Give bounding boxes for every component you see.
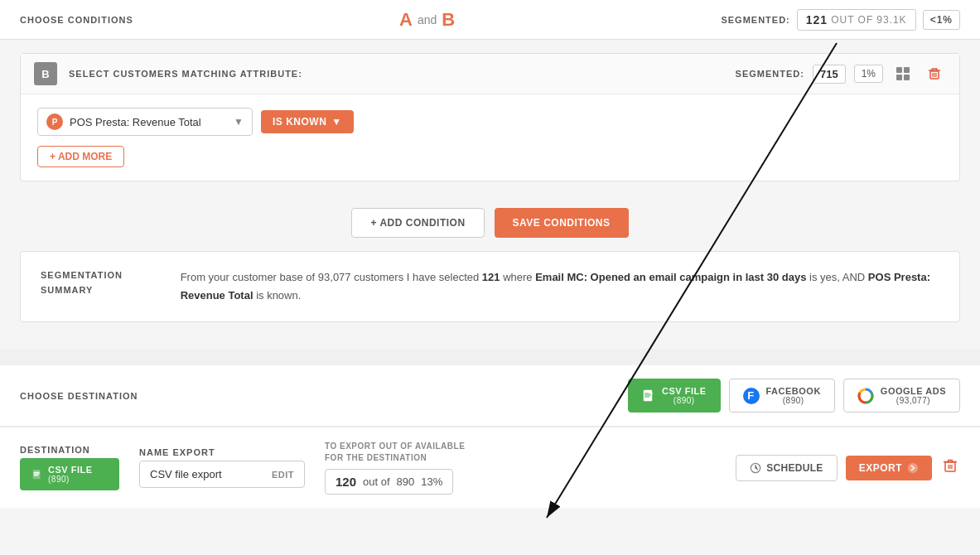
csv-file-badge: CSV FILE (890) xyxy=(20,458,119,490)
destination-delete-btn[interactable] xyxy=(940,455,960,480)
segmented-total: 93.1k xyxy=(876,14,906,26)
export-label: EXPORT xyxy=(859,462,902,474)
destination-buttons: CSV FILE (890) f FACEBOOK (890) xyxy=(628,379,960,413)
condition-b-header: B SELECT CUSTOMERS MATCHING ATTRIBUTE: S… xyxy=(21,54,959,94)
condition-b-title: SELECT CUSTOMERS MATCHING ATTRIBUTE: xyxy=(69,69,736,79)
google-btn-label: GOOGLE ADS xyxy=(881,386,946,396)
destination-action-btns: SCHEDULE EXPORT xyxy=(736,455,960,481)
logic-b: B xyxy=(442,9,455,31)
summary-condition1: Email MC: Opened an email campaign in la… xyxy=(535,271,806,283)
csv-badge-count: (890) xyxy=(48,475,93,484)
action-row: + ADD CONDITION SAVE CONDITIONS xyxy=(20,195,960,251)
fb-btn-count: (890) xyxy=(783,396,804,405)
logic-a: A xyxy=(399,9,413,31)
schedule-label: SCHEDULE xyxy=(766,462,823,474)
condition-b-block: B SELECT CUSTOMERS MATCHING ATTRIBUTE: S… xyxy=(20,53,960,181)
dest-facebook-button[interactable]: f FACEBOOK (890) xyxy=(729,379,835,413)
segmented-number: 121 xyxy=(806,13,828,27)
attribute-icon: P xyxy=(46,113,63,130)
logic-display: A and B xyxy=(399,9,455,31)
condition-b-seg-pct: 1% xyxy=(854,65,883,83)
segmented-of: out of xyxy=(831,14,873,26)
main-content: B SELECT CUSTOMERS MATCHING ATTRIBUTE: S… xyxy=(0,40,980,349)
export-name-value: CSV file export xyxy=(150,468,222,480)
segmented-label: SEGMENTED: xyxy=(721,15,789,25)
csv-btn-count: (890) xyxy=(673,396,695,405)
export-total: 890 xyxy=(397,475,415,488)
name-export-col: NAME EXPORT CSV file export EDIT xyxy=(139,447,305,488)
page-title: CHOOSE CONDITIONS xyxy=(20,15,133,25)
destination-header: CHOOSE DESTINATION CSV FILE (890) f xyxy=(0,365,980,427)
csv-btn-label: CSV FILE xyxy=(662,386,707,396)
edit-link[interactable]: EDIT xyxy=(272,470,294,480)
condition-b-row: P POS Presta: Revenue Total ▼ IS KNOWN ▼ xyxy=(37,108,943,136)
destination-title: CHOOSE DESTINATION xyxy=(20,391,138,401)
operator-label: IS KNOWN xyxy=(273,116,326,128)
attribute-arrow: ▼ xyxy=(234,116,244,128)
grid-icon xyxy=(896,67,910,80)
export-button[interactable]: EXPORT xyxy=(846,456,932,480)
dest-col-label: DESTINATION xyxy=(20,445,119,455)
summary-count: 121 xyxy=(482,271,500,283)
export-count-box: 120 out of 890 13% xyxy=(325,469,453,495)
dest-csv-button[interactable]: CSV FILE (890) xyxy=(628,379,721,413)
segmented-pct: <1% xyxy=(923,10,960,30)
dest-col: DESTINATION CSV FILE (890) xyxy=(20,445,119,490)
to-export-col: TO EXPORT OUT OF AVAILABLE FOR THE DESTI… xyxy=(325,441,716,495)
schedule-icon xyxy=(750,462,761,474)
summary-middle: where xyxy=(500,271,536,283)
export-of: out of xyxy=(363,475,390,488)
summary-prefix: From your customer base of 93,077 custom… xyxy=(181,271,482,283)
name-export-input-row: CSV file export EDIT xyxy=(139,461,305,488)
destination-row: DESTINATION CSV FILE (890) NAME EXPORT C… xyxy=(0,427,980,508)
name-export-label: NAME EXPORT xyxy=(139,447,305,457)
export-arrow-icon xyxy=(907,462,919,474)
top-bar: CHOOSE CONDITIONS A and B SEGMENTED: 121… xyxy=(0,0,980,40)
condition-b-seg-value: 715 xyxy=(813,65,846,84)
fb-btn-label: FACEBOOK xyxy=(766,386,821,396)
attribute-name: POS Presta: Revenue Total xyxy=(70,116,227,128)
condition-b-grid-btn[interactable] xyxy=(891,65,915,82)
save-conditions-button[interactable]: SAVE CONDITIONS xyxy=(495,208,629,238)
export-name-field[interactable]: CSV file export EDIT xyxy=(139,461,305,488)
google-btn-count: (93,077) xyxy=(896,396,930,405)
csv-badge-label: CSV FILE xyxy=(48,465,93,475)
summary-label: SEGMENTATION SUMMARY xyxy=(41,268,161,297)
condition-b-header-right: SEGMENTED: 715 1% xyxy=(736,65,946,84)
add-more-button[interactable]: + ADD MORE xyxy=(37,146,124,167)
export-number: 120 xyxy=(336,475,356,489)
condition-b-seg-label: SEGMENTED: xyxy=(736,69,804,79)
summary-is-yes: is yes, AND xyxy=(806,271,867,283)
segmented-count-box: 121 out of 93.1k xyxy=(797,9,916,31)
operator-arrow: ▼ xyxy=(331,116,341,128)
condition-b-letter: B xyxy=(34,62,57,85)
dest-trash-icon xyxy=(944,458,957,473)
operator-button[interactable]: IS KNOWN ▼ xyxy=(261,110,354,133)
svg-point-5 xyxy=(908,463,918,473)
summary-text: From your customer base of 93,077 custom… xyxy=(181,268,939,305)
trash-icon xyxy=(928,67,941,80)
schedule-button[interactable]: SCHEDULE xyxy=(736,455,837,481)
export-pct: 13% xyxy=(421,475,442,488)
dest-google-button[interactable]: GOOGLE ADS (93,077) xyxy=(843,379,960,413)
segmentation-summary: SEGMENTATION SUMMARY From your customer … xyxy=(20,251,960,322)
condition-b-body: P POS Presta: Revenue Total ▼ IS KNOWN ▼… xyxy=(21,94,959,181)
google-icon xyxy=(857,388,874,404)
condition-b-delete-btn[interactable] xyxy=(923,65,946,82)
header-segmented: SEGMENTED: 121 out of 93.1k <1% xyxy=(721,9,960,31)
section-divider xyxy=(0,349,980,365)
logic-and: and xyxy=(418,13,437,27)
to-export-label: TO EXPORT OUT OF AVAILABLE FOR THE DESTI… xyxy=(325,441,716,464)
add-more-row: + ADD MORE xyxy=(37,146,943,167)
facebook-icon: f xyxy=(743,388,760,404)
csv-badge-icon xyxy=(31,469,43,480)
add-condition-button[interactable]: + ADD CONDITION xyxy=(351,208,484,238)
attribute-select[interactable]: P POS Presta: Revenue Total ▼ xyxy=(37,108,253,136)
csv-icon xyxy=(642,389,655,403)
summary-suffix: is known. xyxy=(253,289,302,302)
